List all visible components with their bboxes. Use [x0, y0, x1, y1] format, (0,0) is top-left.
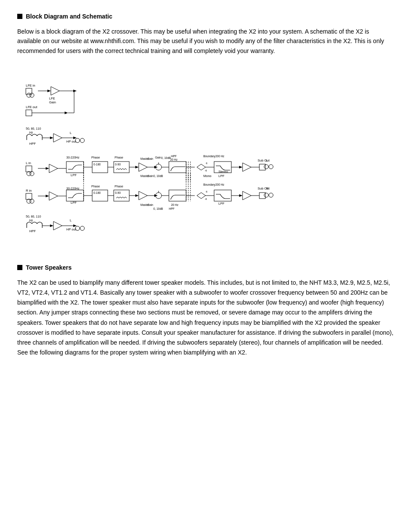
svg-rect-40 — [66, 162, 84, 173]
svg-marker-114 — [139, 191, 147, 200]
svg-text:Gain: Gain — [147, 157, 153, 160]
svg-text:HPF: HPF — [29, 142, 36, 146]
svg-marker-59 — [154, 166, 158, 168]
svg-marker-6 — [51, 87, 59, 95]
svg-text:0-90: 0-90 — [115, 191, 121, 194]
svg-text:-6: -6 — [205, 198, 207, 200]
svg-text:Phase: Phase — [115, 156, 123, 159]
svg-text:0, 10dB: 0, 10dB — [161, 156, 171, 159]
svg-text:LPF: LPF — [71, 201, 77, 205]
svg-text:Gain: Gain — [155, 156, 161, 159]
svg-text:50, 80, 110: 50, 80, 110 — [26, 215, 41, 218]
svg-text:Phase: Phase — [91, 185, 100, 188]
svg-marker-140 — [243, 191, 251, 200]
svg-marker-116 — [154, 194, 158, 197]
svg-text:6: 6 — [206, 162, 208, 165]
svg-marker-132 — [197, 193, 206, 199]
svg-text:Mono: Mono — [203, 174, 212, 178]
svg-marker-98 — [49, 192, 58, 200]
section1-intro: Below is a block diagram of the X2 cross… — [17, 27, 394, 56]
svg-text:30-220Hz: 30-220Hz — [66, 187, 80, 190]
svg-text:HP out: HP out — [66, 140, 77, 143]
svg-marker-153 — [50, 224, 53, 227]
svg-text:0-90: 0-90 — [115, 163, 121, 166]
svg-text:Gain: Gain — [49, 100, 56, 104]
svg-text:200 Hz: 200 Hz — [215, 183, 224, 186]
svg-marker-53 — [139, 163, 147, 171]
svg-rect-12 — [26, 110, 32, 116]
svg-rect-87 — [259, 164, 265, 170]
svg-text:0-180: 0-180 — [93, 191, 101, 194]
svg-text:Sub Out: Sub Out — [258, 159, 270, 162]
svg-marker-97 — [46, 195, 49, 197]
svg-text:LFE: LFE — [49, 96, 55, 100]
svg-text:LFE out: LFE out — [26, 105, 37, 109]
svg-text:30-220Hz: 30-220Hz — [66, 156, 80, 159]
svg-text:HP out: HP out — [66, 227, 77, 231]
svg-text:Gain: Gain — [147, 203, 153, 206]
svg-marker-10 — [73, 90, 77, 92]
svg-text:6: 6 — [206, 190, 208, 193]
svg-rect-142 — [259, 193, 265, 199]
svg-text:LPF: LPF — [218, 202, 224, 205]
svg-point-30 — [80, 138, 84, 143]
svg-marker-5 — [47, 90, 51, 92]
svg-text:HPF: HPF — [29, 229, 36, 233]
svg-text:Hz: Hz — [29, 131, 33, 134]
svg-text:20 Hz: 20 Hz — [170, 158, 178, 161]
svg-marker-77 — [197, 164, 206, 170]
svg-text:-6: -6 — [205, 169, 207, 172]
svg-marker-36 — [46, 167, 49, 170]
svg-rect-93 — [26, 193, 32, 199]
svg-marker-85 — [243, 163, 251, 171]
svg-marker-52 — [135, 166, 139, 168]
svg-text:Boundary: Boundary — [203, 183, 216, 187]
section2-header: Tower Speakers — [17, 264, 394, 271]
svg-marker-23 — [50, 137, 53, 139]
bullet-icon-2 — [17, 265, 22, 270]
section2-title: Tower Speakers — [26, 264, 72, 271]
svg-text:R: R — [266, 187, 269, 190]
svg-marker-37 — [49, 164, 58, 173]
svg-text:L: L — [70, 131, 72, 135]
svg-marker-154 — [53, 221, 62, 230]
svg-point-88 — [264, 165, 268, 169]
svg-text:200 Hz: 200 Hz — [215, 155, 224, 158]
section2: Tower Speakers The X2 can be used to bia… — [17, 264, 394, 358]
svg-text:0, 10dB: 0, 10dB — [153, 207, 163, 210]
svg-text:LPF: LPF — [218, 174, 224, 178]
svg-point-143 — [264, 193, 268, 197]
svg-text:R in: R in — [26, 189, 31, 193]
svg-text:Phase: Phase — [115, 185, 123, 188]
svg-text:HPF: HPF — [169, 207, 174, 210]
svg-text:L: L — [266, 159, 268, 162]
diagram-svg: LFE in LFE Gain LFE out 50, 80, 110 Hz — [17, 66, 394, 247]
section1-header: Block Diagram and Schematic — [17, 13, 394, 20]
svg-marker-139 — [239, 194, 243, 197]
svg-text:20 Hz: 20 Hz — [171, 203, 179, 206]
section2-text: The X2 can be used to biamplify many dif… — [17, 278, 394, 358]
svg-rect-68 — [169, 162, 186, 173]
svg-text:L: L — [70, 218, 72, 222]
svg-marker-84 — [239, 166, 243, 168]
svg-text:LPF: LPF — [71, 173, 77, 177]
svg-marker-113 — [135, 194, 139, 197]
svg-text:50, 80, 110: 50, 80, 110 — [26, 127, 41, 130]
svg-rect-101 — [66, 190, 84, 201]
svg-rect-136 — [214, 190, 231, 201]
section1-title: Block Diagram and Schematic — [26, 13, 112, 20]
svg-rect-32 — [26, 166, 32, 172]
bullet-icon — [17, 14, 22, 19]
svg-point-144 — [269, 193, 273, 197]
svg-marker-14 — [65, 112, 68, 114]
svg-point-89 — [269, 165, 273, 169]
svg-text:0, 10dB: 0, 10dB — [153, 174, 163, 177]
svg-rect-120 — [169, 190, 186, 201]
svg-marker-24 — [53, 134, 62, 142]
svg-point-160 — [80, 226, 84, 230]
svg-text:0-180: 0-180 — [93, 163, 101, 166]
svg-text:L in: L in — [26, 161, 31, 165]
svg-text:HPF: HPF — [171, 155, 177, 158]
block-diagram: LFE in LFE Gain LFE out 50, 80, 110 Hz — [17, 66, 394, 247]
svg-text:Phase: Phase — [91, 156, 100, 159]
